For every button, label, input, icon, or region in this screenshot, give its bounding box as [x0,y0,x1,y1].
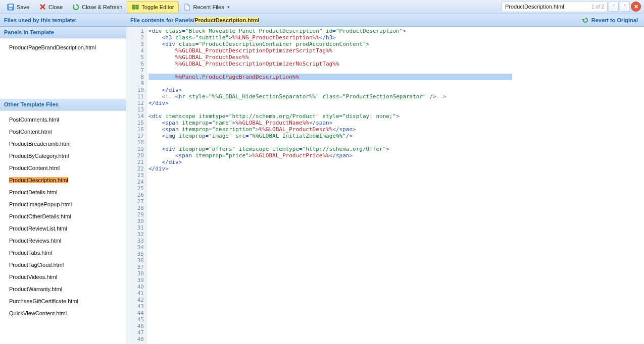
search-close-button[interactable]: ✕ [631,2,641,12]
list-item[interactable]: ProductVideos.html [0,271,126,283]
search-next-button[interactable]: ˅ [620,2,630,12]
list-item[interactable]: ProductOtherDetails.html [0,210,126,222]
list-item[interactable]: ProductTagCloud.html [0,259,126,271]
code-line[interactable]: <span itemprop="description">%%GLOBAL_Pr… [148,126,642,133]
close-refresh-button[interactable]: Close & Refresh [67,1,127,13]
search-input[interactable]: ProductDescription.html 1 of 2 [502,1,608,12]
code-line[interactable] [148,238,642,244]
code-line[interactable]: <h3 class="subtitle">%%LNG_ProductDescri… [148,34,642,41]
chevron-up-icon: ˄ [613,4,615,9]
code-line[interactable]: %%Panel.ProductPageBrandDescription%% [148,74,512,80]
save-button[interactable]: Save [2,1,34,13]
code-line[interactable] [148,205,642,211]
code-line[interactable] [148,67,642,74]
code-line[interactable] [148,198,642,205]
code-line[interactable] [148,106,642,113]
refresh-icon [72,3,80,11]
code-line[interactable]: %%GLOBAL_ProductDescriptionOptimizerNoSc… [148,61,642,67]
code-line[interactable] [148,231,642,238]
code-line[interactable] [148,244,642,251]
editor: 1 2 3 4 5 6 7 8 9 10 11 12 13 14 15 16 1… [126,27,644,344]
search-group: ProductDescription.html 1 of 2 ˄ ˅ ✕ [502,1,641,12]
list-item[interactable]: PostComments.html [0,113,126,126]
save-label: Save [17,4,29,10]
list-item[interactable]: ProductImagePopup.html [0,198,126,210]
list-item[interactable]: ProductByCategory.html [0,150,126,162]
list-item[interactable]: ProductPageBrandDescription.html [0,41,126,53]
sidebar[interactable]: Panels in Template ProductPageBrandDescr… [0,27,126,344]
code-line[interactable]: <img itemprop="image" src="%%GLOBAL_Init… [148,133,642,139]
code-line[interactable] [148,224,642,231]
code-line[interactable]: <span itemprop="price">%%GLOBAL_ProductP… [148,152,642,159]
code-line[interactable] [148,251,642,257]
code-line[interactable]: </div> [148,165,642,172]
other-header: Other Template Files [0,99,126,110]
code-line[interactable]: <div itemscope itemtype="http://schema.o… [148,113,642,120]
code-line[interactable] [148,139,642,146]
code-line[interactable] [148,218,642,224]
path-prefix: File contents for Panels/ [130,17,194,23]
toggle-editor-button[interactable]: Toggle Editor [127,1,178,13]
list-item[interactable]: ProductContent.html [0,162,126,174]
search-prev-button[interactable]: ˄ [609,2,619,12]
code-line[interactable] [148,185,642,192]
close-icon [38,3,46,11]
code-line[interactable]: %%GLOBAL_ProductDescriptionOptimizerScri… [148,47,642,54]
other-list: PostComments.htmlPostContent.htmlProduct… [0,110,126,322]
search-text: ProductDescription.html [505,4,564,10]
list-item[interactable]: ProductBreadcrumb.html [0,138,126,150]
code-line[interactable]: <div class="ProductDescriptionContainer … [148,41,642,47]
list-item[interactable]: ProductDetails.html [0,186,126,198]
list-item[interactable]: PurchaseGiftCertificate.html [0,295,126,307]
code-line[interactable]: </div> [148,100,642,106]
code-line[interactable] [148,277,642,283]
close-button[interactable]: Close [34,1,67,13]
recent-files-label: Recent Files [193,4,224,10]
toggle-icon [131,3,139,11]
code-line[interactable]: <div itemprop="offers" itemscope itemtyp… [148,146,642,152]
revert-button[interactable]: Revert to Original [581,16,644,24]
code-line[interactable] [148,172,642,179]
code-line[interactable]: <span itemprop="name">%%GLOBAL_ProductNa… [148,120,642,126]
subbar: Files used by this template: File conten… [0,14,644,27]
recent-files-button[interactable]: Recent Files ▾ [179,1,234,13]
code-line[interactable] [148,290,642,297]
save-icon [7,3,15,11]
code-line[interactable] [148,264,642,270]
code-line[interactable] [148,179,642,185]
list-item[interactable]: ProductTabs.html [0,247,126,259]
code-area[interactable]: <div class="Block Moveable Panel Product… [146,27,644,344]
code-line[interactable] [148,283,642,290]
code-line[interactable] [148,211,642,218]
code-line[interactable]: %%GLOBAL_ProductDesc%% [148,54,642,61]
svg-rect-1 [9,5,13,7]
code-line[interactable] [148,270,642,277]
code-line[interactable]: </div> [148,159,642,165]
code-line[interactable] [148,310,642,316]
code-line[interactable] [148,303,642,310]
list-item[interactable]: ProductDescription.html [0,174,126,186]
code-line[interactable] [148,316,642,323]
code-line[interactable] [148,329,642,336]
list-item[interactable]: QuickViewContent.html [0,307,126,319]
list-item[interactable]: PostContent.html [0,126,126,138]
revert-label: Revert to Original [591,17,638,23]
list-item[interactable]: ProductWarranty.html [0,283,126,295]
code-line[interactable]: <div class="Block Moveable Panel Product… [148,28,642,34]
toggle-editor-label: Toggle Editor [141,4,174,10]
code-line[interactable]: <!--<hr style="%%GLOBAL_HideSectionSepar… [148,93,642,100]
code-line[interactable] [148,297,642,303]
svg-rect-5 [132,5,135,9]
code-line[interactable] [148,323,642,329]
path-file-highlight: ProductDescription.html [194,17,259,23]
files-used-label: Files used by this template: [0,17,126,23]
code-line[interactable]: </div> [148,87,642,93]
list-item[interactable]: ProductReviews.html [0,235,126,247]
code-line[interactable] [148,336,642,342]
code-line[interactable] [148,257,642,264]
chevron-down-icon: ˅ [624,4,626,9]
code-line[interactable] [148,80,642,87]
code-line[interactable] [148,192,642,198]
svg-rect-2 [9,8,12,10]
list-item[interactable]: ProductReviewList.html [0,222,126,235]
